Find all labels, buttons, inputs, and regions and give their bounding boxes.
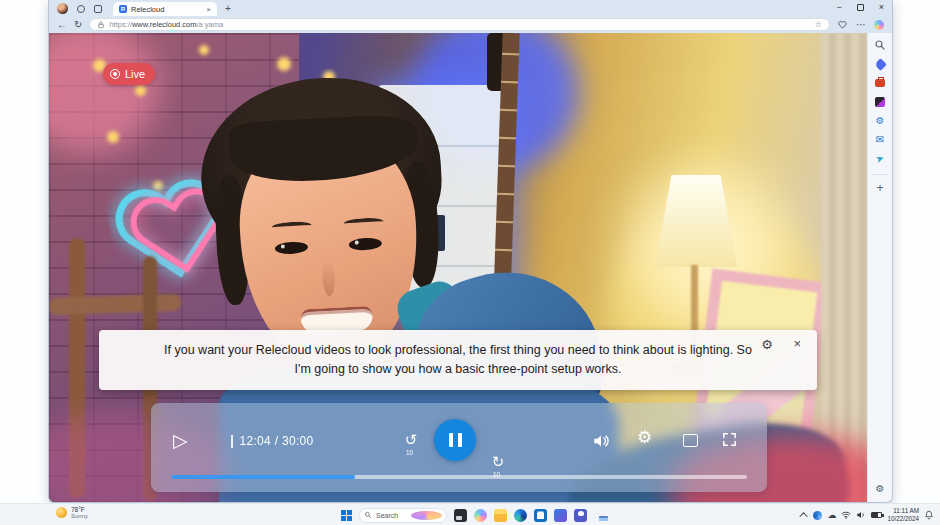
record-icon	[110, 69, 120, 79]
caption-text: If you want your Relecloud videos to loo…	[160, 341, 756, 380]
task-view-icon[interactable]	[454, 509, 467, 522]
onedrive-cloud-icon[interactable]: ☁	[827, 511, 836, 520]
tab-favicon: R	[119, 5, 127, 13]
file-explorer-icon[interactable]	[494, 509, 507, 522]
desktop: R Relecloud × + − × ← ↻ https://www.rele…	[0, 0, 940, 525]
play-button[interactable]: ▷	[173, 429, 188, 452]
address-bar[interactable]: https://www.relecloud.com/a yama ☆	[89, 18, 830, 31]
restore-button[interactable]	[857, 4, 864, 11]
sidebar-tools-icon[interactable]: ⚙	[874, 115, 886, 127]
pause-button[interactable]	[434, 419, 476, 461]
browser-window: R Relecloud × + − × ← ↻ https://www.rele…	[48, 0, 893, 503]
progress-fill	[171, 475, 355, 479]
volume-icon[interactable]	[592, 432, 610, 450]
edge-sidebar: ⚙ ✉ ➤ + ⚙	[867, 33, 892, 502]
url-text: https://www.relecloud.com/a yama	[109, 20, 223, 29]
taskbar-search[interactable]: Search	[359, 508, 447, 523]
clock-time: 11:11 AM	[887, 507, 919, 515]
player-control-bar: ▷ 12:04 / 30:00 ↺ 10 ↻ 10	[151, 403, 767, 492]
tab-strip: R Relecloud × + − ×	[49, 0, 892, 16]
caption-settings-gear-icon[interactable]: ⚙	[761, 338, 773, 351]
weather-temperature: 78°F	[71, 506, 88, 513]
teams-icon[interactable]	[574, 509, 587, 522]
microsoft-365-icon[interactable]	[554, 509, 567, 522]
hidden-icons-chevron[interactable]	[800, 512, 808, 520]
browser-content: Live If you want your Relecloud videos t…	[49, 33, 892, 502]
tab-activity-icon[interactable]	[77, 5, 85, 13]
search-highlight-icon	[411, 511, 442, 520]
browser-tab[interactable]: R Relecloud ×	[113, 2, 217, 16]
clock-date: 10/22/2024	[887, 515, 919, 523]
search-label: Search	[376, 512, 407, 519]
new-tab-button[interactable]: +	[225, 3, 231, 14]
fullscreen-icon[interactable]	[721, 431, 738, 448]
taskbar: 78°F Sunny Search ☁	[0, 503, 940, 525]
sidebar-shopping-tag-icon[interactable]	[874, 58, 886, 70]
sidebar-search-icon[interactable]	[874, 39, 886, 51]
close-button[interactable]: ×	[879, 3, 884, 12]
back-button[interactable]: ←	[57, 20, 67, 30]
battery-icon[interactable]	[871, 512, 882, 518]
sun-icon	[56, 507, 67, 518]
weather-widget[interactable]: 78°F Sunny	[56, 506, 88, 519]
caption-close-icon[interactable]: ×	[793, 337, 801, 350]
skip-back-10-button[interactable]: ↺ 10	[400, 431, 422, 453]
tab-close-icon[interactable]: ×	[206, 5, 211, 14]
start-button[interactable]	[341, 510, 352, 521]
vertical-tabs-icon[interactable]	[94, 5, 102, 13]
sidebar-outlook-icon[interactable]: ✉	[874, 134, 886, 146]
skip-forward-10-button[interactable]: ↻ 10	[487, 453, 509, 475]
live-label: Live	[125, 68, 145, 80]
sidebar-games-icon[interactable]	[874, 96, 886, 108]
weather-condition: Sunny	[71, 513, 88, 519]
toolbar-actions: ⋯	[837, 19, 884, 30]
edge-icon[interactable]	[514, 509, 527, 522]
live-badge: Live	[103, 63, 155, 85]
caption-bar: If you want your Relecloud videos to loo…	[99, 330, 817, 390]
time-marker	[231, 435, 233, 448]
time-display: 12:04 / 30:00	[231, 434, 313, 448]
taskbar-copilot-icon[interactable]	[474, 509, 487, 522]
tray-volume-icon[interactable]	[856, 510, 866, 520]
video-player[interactable]: Live If you want your Relecloud videos t…	[49, 33, 869, 502]
tray-app-icon[interactable]	[813, 511, 822, 520]
sidebar-drop-icon[interactable]: ➤	[872, 151, 887, 166]
browser-essentials-heart-icon[interactable]	[837, 19, 848, 30]
player-settings-gear-icon[interactable]: ⚙	[637, 429, 652, 446]
system-tray: ☁ 11:11 AM 10/22/2024	[802, 504, 934, 525]
sidebar-settings-gear-icon[interactable]: ⚙	[876, 483, 885, 494]
settings-more-icon[interactable]: ⋯	[856, 20, 866, 30]
notifications-bell-icon[interactable]	[924, 510, 934, 520]
active-app-button[interactable]	[594, 513, 599, 518]
curtain	[821, 33, 869, 502]
copilot-icon[interactable]	[874, 20, 884, 30]
miniplayer-icon[interactable]	[683, 434, 698, 447]
site-info-lock-icon[interactable]	[97, 21, 105, 29]
tab-title: Relecloud	[131, 5, 202, 14]
microsoft-store-icon[interactable]	[534, 509, 547, 522]
refresh-button[interactable]: ↻	[74, 20, 82, 30]
sidebar-briefcase-icon[interactable]	[874, 77, 886, 89]
taskbar-clock[interactable]: 11:11 AM 10/22/2024	[887, 507, 919, 523]
taskbar-center: Search	[341, 504, 599, 525]
sidebar-add-icon[interactable]: +	[874, 182, 886, 194]
progress-bar[interactable]	[171, 475, 747, 479]
add-favorites-icon[interactable]: ☆	[815, 20, 822, 29]
window-controls: − ×	[836, 1, 884, 14]
profile-avatar[interactable]	[57, 3, 68, 14]
search-icon	[364, 511, 372, 519]
browser-toolbar: ← ↻ https://www.relecloud.com/a yama ☆ ⋯	[49, 16, 892, 33]
sidebar-divider	[873, 174, 887, 175]
minimize-button[interactable]: −	[836, 3, 841, 12]
wifi-icon[interactable]	[841, 510, 851, 520]
